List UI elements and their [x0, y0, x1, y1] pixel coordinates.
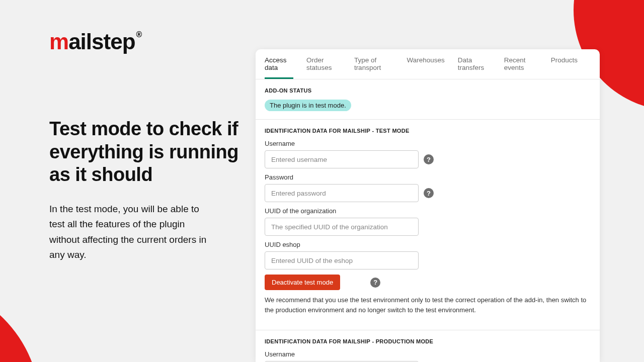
addon-status-title: ADD-ON STATUS [265, 87, 591, 94]
password-label: Password [265, 173, 591, 181]
testmode-title: IDENTIFICATION DATA FOR MAILSHIP - TEST … [265, 128, 591, 134]
username-input[interactable] [265, 150, 419, 168]
tab-type-of-transport[interactable]: Type of transport [354, 49, 394, 79]
password-input[interactable] [265, 184, 419, 202]
eshop-uuid-input[interactable] [265, 251, 419, 269]
tab-warehouses[interactable]: Warehouses [407, 49, 445, 79]
deactivate-test-mode-button[interactable]: Deactivate test mode [265, 275, 340, 290]
tab-access-data[interactable]: Access data [265, 49, 293, 79]
logo: mailstep ® [49, 29, 240, 54]
testmode-note: We recommend that you use the test envir… [265, 290, 591, 322]
eshop-uuid-label: UUID eshop [265, 241, 591, 248]
tab-order-statuses[interactable]: Order statuses [306, 49, 341, 79]
tab-recent-events[interactable]: Recent events [504, 49, 538, 79]
page-headline: Test mode to check if everything is runn… [49, 118, 240, 187]
help-icon[interactable]: ? [424, 188, 434, 198]
help-icon[interactable]: ? [370, 278, 380, 288]
decor-circle-bottom [0, 282, 40, 362]
page-subtext: In the test mode, you will be able to te… [49, 202, 215, 263]
tabs: Access data Order statuses Type of trans… [256, 49, 600, 79]
org-uuid-label: UUID of the organization [265, 207, 591, 215]
username-label: Username [265, 140, 591, 147]
logo-registered: ® [136, 30, 142, 39]
settings-panel: Access data Order statuses Type of trans… [256, 49, 600, 362]
tab-products[interactable]: Products [551, 49, 578, 79]
prod-username-label: Username [265, 350, 591, 358]
org-uuid-input[interactable] [265, 218, 419, 236]
logo-rest: ailstep [68, 29, 135, 54]
help-icon[interactable]: ? [424, 154, 434, 164]
logo-prefix: m [49, 29, 68, 54]
tab-data-transfers[interactable]: Data transfers [458, 49, 491, 79]
prodmode-title: IDENTIFICATION DATA FOR MAILSHIP - PRODU… [265, 338, 591, 344]
status-badge: The plugin is in test mode. [265, 100, 351, 111]
